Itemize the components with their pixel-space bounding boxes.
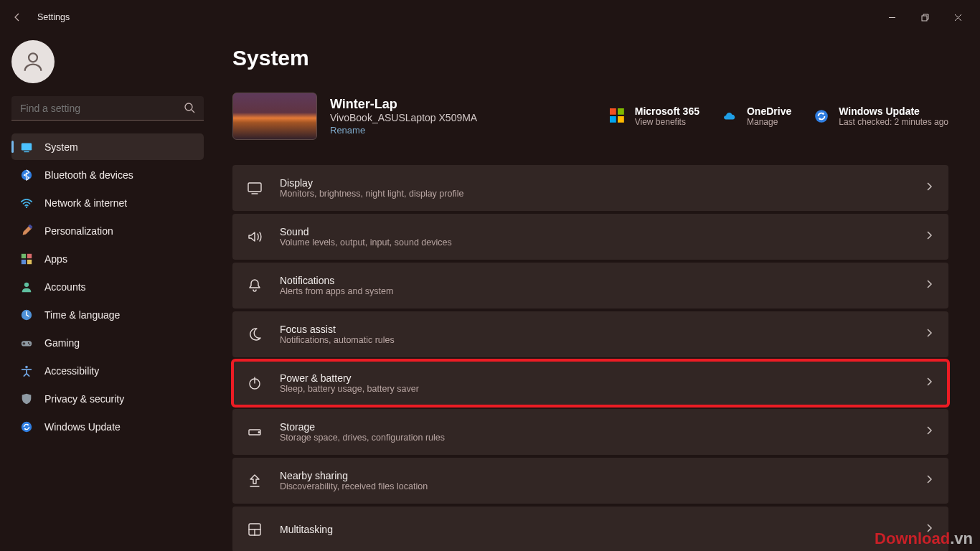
settings-card-power-battery[interactable]: Power & batterySleep, battery usage, bat… bbox=[232, 360, 948, 406]
device-model: VivoBook_ASUSLaptop X509MA bbox=[330, 112, 477, 123]
window-controls bbox=[875, 6, 974, 29]
sidebar-item-apps[interactable]: Apps bbox=[11, 245, 204, 272]
sidebar-item-label: Apps bbox=[44, 253, 67, 265]
sidebar-item-label: Personalization bbox=[44, 225, 113, 237]
sidebar-item-label: Bluetooth & devices bbox=[44, 169, 133, 181]
accessibility-icon bbox=[20, 364, 33, 377]
sidebar-item-personalization[interactable]: Personalization bbox=[11, 217, 204, 244]
apps-icon bbox=[20, 253, 33, 265]
svg-point-5 bbox=[185, 103, 192, 110]
svg-rect-1 bbox=[922, 16, 927, 21]
sidebar-item-time-language[interactable]: Time & language bbox=[11, 301, 204, 328]
settings-card-notifications[interactable]: NotificationsAlerts from apps and system bbox=[232, 263, 948, 309]
sidebar-item-accessibility[interactable]: Accessibility bbox=[11, 357, 204, 384]
titlebar: Settings bbox=[0, 0, 980, 34]
sidebar: SystemBluetooth & devicesNetwork & inter… bbox=[0, 34, 215, 551]
sidebar-item-privacy-security[interactable]: Privacy & security bbox=[11, 385, 204, 412]
close-icon bbox=[954, 14, 962, 22]
sound-icon bbox=[247, 229, 263, 245]
display-icon bbox=[20, 141, 33, 154]
update-icon bbox=[813, 108, 830, 125]
sidebar-item-system[interactable]: System bbox=[11, 133, 204, 160]
card-title: Storage bbox=[280, 421, 445, 433]
close-button[interactable] bbox=[941, 6, 974, 29]
clock-icon bbox=[20, 309, 33, 321]
device-row: Winter-Lap VivoBook_ASUSLaptop X509MA Re… bbox=[232, 88, 948, 145]
sidebar-item-accounts[interactable]: Accounts bbox=[11, 273, 204, 300]
card-subtitle: Storage space, drives, configuration rul… bbox=[280, 433, 445, 443]
cloud-item-microsoft-365[interactable]: Microsoft 365View benefits bbox=[609, 105, 699, 127]
settings-card-multitasking[interactable]: Multitasking bbox=[232, 507, 948, 551]
update-icon bbox=[20, 420, 33, 433]
cloud-item-onedrive[interactable]: OneDriveManage bbox=[721, 105, 791, 127]
card-subtitle: Discoverability, received files location bbox=[280, 481, 428, 491]
cloud-item-title: Windows Update bbox=[839, 105, 948, 117]
onedrive-icon bbox=[721, 108, 738, 125]
cloud-item-title: Microsoft 365 bbox=[635, 105, 699, 117]
user-block[interactable] bbox=[11, 40, 204, 83]
sidebar-item-windows-update[interactable]: Windows Update bbox=[11, 413, 204, 440]
window-title: Settings bbox=[37, 12, 70, 22]
minimize-icon bbox=[888, 14, 896, 22]
maximize-icon bbox=[921, 14, 929, 22]
wifi-icon bbox=[20, 197, 33, 209]
back-button[interactable] bbox=[6, 6, 29, 29]
chevron-right-icon bbox=[924, 377, 934, 390]
sidebar-item-label: Windows Update bbox=[44, 421, 121, 433]
device-thumbnail[interactable] bbox=[232, 93, 317, 140]
person-icon bbox=[21, 50, 45, 74]
gamepad-icon bbox=[20, 336, 33, 349]
sidebar-item-label: Accessibility bbox=[44, 365, 99, 377]
sidebar-item-label: Time & language bbox=[44, 309, 120, 321]
maximize-button[interactable] bbox=[908, 6, 941, 29]
svg-line-6 bbox=[192, 110, 194, 113]
person-icon bbox=[20, 281, 33, 293]
settings-card-focus-assist[interactable]: Focus assistNotifications, automatic rul… bbox=[232, 311, 948, 357]
sidebar-item-bluetooth-devices[interactable]: Bluetooth & devices bbox=[11, 161, 204, 188]
chevron-right-icon bbox=[924, 279, 934, 292]
sidebar-item-gaming[interactable]: Gaming bbox=[11, 329, 204, 356]
sidebar-item-network-internet[interactable]: Network & internet bbox=[11, 189, 204, 216]
share-icon bbox=[247, 473, 263, 489]
sidebar-item-label: Privacy & security bbox=[44, 393, 124, 405]
chevron-right-icon bbox=[924, 230, 934, 243]
storage-icon bbox=[247, 424, 263, 440]
watermark: Download.vn bbox=[875, 529, 973, 548]
cloud-item-subtitle: Last checked: 2 minutes ago bbox=[839, 117, 948, 127]
device-meta: Winter-Lap VivoBook_ASUSLaptop X509MA Re… bbox=[330, 97, 477, 136]
display-icon bbox=[247, 180, 263, 196]
device-name: Winter-Lap bbox=[330, 97, 477, 112]
bell-icon bbox=[247, 278, 263, 293]
m365-icon bbox=[609, 108, 626, 125]
card-subtitle: Volume levels, output, input, sound devi… bbox=[280, 237, 452, 248]
power-icon bbox=[247, 375, 263, 391]
settings-card-sound[interactable]: SoundVolume levels, output, input, sound… bbox=[232, 214, 948, 260]
shield-icon bbox=[20, 392, 33, 405]
cloud-item-subtitle: Manage bbox=[747, 117, 791, 127]
settings-card-storage[interactable]: StorageStorage space, drives, configurat… bbox=[232, 409, 948, 455]
settings-cards: DisplayMonitors, brightness, night light… bbox=[232, 165, 948, 551]
card-subtitle: Sleep, battery usage, battery saver bbox=[280, 384, 419, 394]
chevron-right-icon bbox=[924, 328, 934, 341]
multitask-icon bbox=[247, 522, 263, 537]
back-arrow-icon bbox=[11, 11, 23, 23]
cloud-item-windows-update[interactable]: Windows UpdateLast checked: 2 minutes ag… bbox=[813, 105, 948, 127]
card-title: Notifications bbox=[280, 275, 393, 286]
minimize-button[interactable] bbox=[875, 6, 908, 29]
rename-link[interactable]: Rename bbox=[330, 125, 477, 136]
sidebar-item-label: Network & internet bbox=[44, 197, 127, 209]
card-title: Multitasking bbox=[280, 524, 333, 535]
brush-icon bbox=[20, 225, 33, 237]
avatar bbox=[11, 40, 55, 83]
chevron-right-icon bbox=[924, 182, 934, 194]
card-title: Sound bbox=[280, 226, 452, 237]
card-title: Power & battery bbox=[280, 372, 419, 384]
settings-card-display[interactable]: DisplayMonitors, brightness, night light… bbox=[232, 165, 948, 211]
moon-icon bbox=[247, 326, 263, 342]
sidebar-item-label: Gaming bbox=[44, 337, 80, 349]
sidebar-item-label: Accounts bbox=[44, 281, 86, 293]
card-title: Nearby sharing bbox=[280, 470, 428, 481]
card-subtitle: Notifications, automatic rules bbox=[280, 335, 395, 345]
settings-card-nearby-sharing[interactable]: Nearby sharingDiscoverability, received … bbox=[232, 458, 948, 504]
search-input[interactable] bbox=[11, 96, 204, 121]
